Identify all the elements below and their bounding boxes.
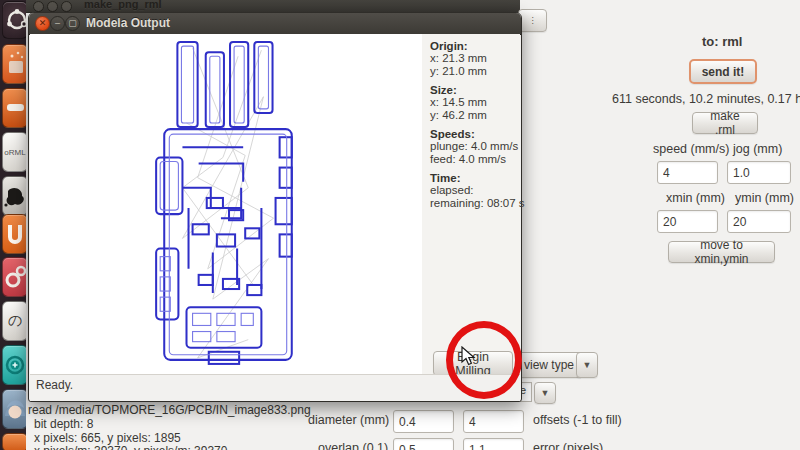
console-line-bitdepth: bit depth: 8: [34, 417, 93, 431]
chevron-down-icon: ▼: [541, 388, 550, 398]
origin-x: x: 21.3 mm: [430, 52, 520, 65]
time-header: Time:: [430, 172, 520, 184]
modela-window-title: Modela Output: [86, 16, 170, 30]
move-to-xmin-ymin-button[interactable]: move to xmin,ymin: [668, 241, 775, 263]
pcb-toolpath-image: [152, 36, 304, 370]
overlap-input[interactable]: [393, 438, 454, 450]
chevron-down-icon: ▼: [583, 360, 592, 370]
unity-launcher: oRML の: [0, 0, 26, 450]
modela-statusbar: Ready.: [30, 374, 520, 401]
view-type-dropdown-arrow[interactable]: ▼: [576, 352, 598, 378]
bg-close-icon[interactable]: [33, 1, 44, 12]
close-icon[interactable]: ✕: [35, 16, 50, 31]
maximize-icon[interactable]: ▢: [65, 16, 80, 31]
u-app-icon[interactable]: [2, 214, 28, 254]
ink-splash-app-icon[interactable]: [2, 176, 28, 216]
bg-minimize-icon[interactable]: [47, 1, 58, 12]
status-text: Ready.: [36, 378, 73, 392]
anthy-icon-label: の: [3, 302, 27, 340]
red-circle-annotation: [446, 321, 522, 399]
plus-circle-app-icon[interactable]: [2, 345, 28, 385]
make-rml-button[interactable]: make .rml: [692, 112, 758, 134]
orange-bar-app-icon[interactable]: [2, 88, 28, 128]
ymin-label: ymin (mm): [735, 191, 794, 205]
modela-titlebar[interactable]: ✕ – ▢ Modela Output: [29, 13, 521, 35]
minimize-icon[interactable]: –: [50, 16, 65, 31]
diameter-input[interactable]: [393, 410, 454, 433]
offsets-input[interactable]: [463, 410, 524, 433]
mouse-cursor-icon: [461, 346, 477, 368]
size-y: y: 46.2 mm: [430, 109, 520, 122]
diameter-label: diameter (mm): [308, 413, 389, 427]
background-window-title: make_png_rml: [84, 0, 162, 10]
size-header: Size:: [430, 84, 520, 96]
ubuntu-logo-icon[interactable]: [2, 1, 28, 39]
speeds-header: Speeds:: [430, 128, 520, 140]
send-it-button[interactable]: send it!: [689, 59, 757, 84]
console-line-read: read /media/TOPMORE_16G/PCB/IN_image833.…: [28, 403, 311, 417]
size-x: x: 14.5 mm: [430, 96, 520, 109]
fab-modules-icon[interactable]: oRML: [2, 132, 28, 172]
bg-maximize-icon[interactable]: [61, 1, 72, 12]
offsets-label: offsets (-1 to fill): [533, 413, 622, 427]
plunge-speed: plunge: 4.0 mm/s: [430, 140, 520, 153]
clipped-top-button[interactable]: ⋮: [518, 9, 547, 32]
anthy-input-icon[interactable]: の: [2, 301, 28, 341]
anime-avatar-icon[interactable]: [2, 389, 28, 429]
console-line-pixels: x pixels: 665, y pixels: 1895: [34, 431, 181, 445]
origin-header: Origin:: [430, 40, 520, 52]
fab-icon-label: oRML: [3, 133, 27, 171]
speed-input[interactable]: [657, 161, 718, 184]
feed-speed: feed: 4.0 mm/s: [430, 153, 520, 166]
xmin-label: xmin (mm): [666, 191, 725, 205]
software-center-icon[interactable]: [2, 44, 28, 84]
jog-label: jog (mm): [733, 142, 782, 156]
toolpath-canvas: Origin: x: 21.3 mm y: 21.0 mm Size: x: 1…: [30, 34, 520, 374]
jog-input[interactable]: [727, 161, 791, 184]
partial-dropdown-arrow[interactable]: ▼: [534, 382, 556, 404]
time-remaining: remaining: 08:07 s: [430, 197, 520, 210]
view-type-dropdown[interactable]: view type: [518, 352, 581, 378]
console-line-pixels-per-m: x pixels/m: 39370, y pixels/m: 39370: [34, 444, 227, 450]
time-estimate-text: 611 seconds, 10.2 minutes, 0.17 hours: [612, 92, 800, 106]
time-elapsed: elapsed:: [430, 184, 520, 197]
xmin-input[interactable]: [657, 210, 718, 233]
speed-label: speed (mm/s): [653, 142, 729, 156]
error-input[interactable]: [463, 438, 524, 450]
error-label: error (pixels): [533, 441, 603, 450]
origin-y: y: 21.0 mm: [430, 65, 520, 78]
gears-settings-icon[interactable]: [2, 257, 28, 297]
overlap-label: overlap (0.1): [318, 441, 388, 450]
to-rml-label: to: rml: [702, 34, 742, 49]
orange-partial-icon[interactable]: [2, 433, 28, 450]
ymin-input[interactable]: [727, 210, 791, 233]
modela-output-window: ✕ – ▢ Modela Output: [28, 12, 522, 402]
